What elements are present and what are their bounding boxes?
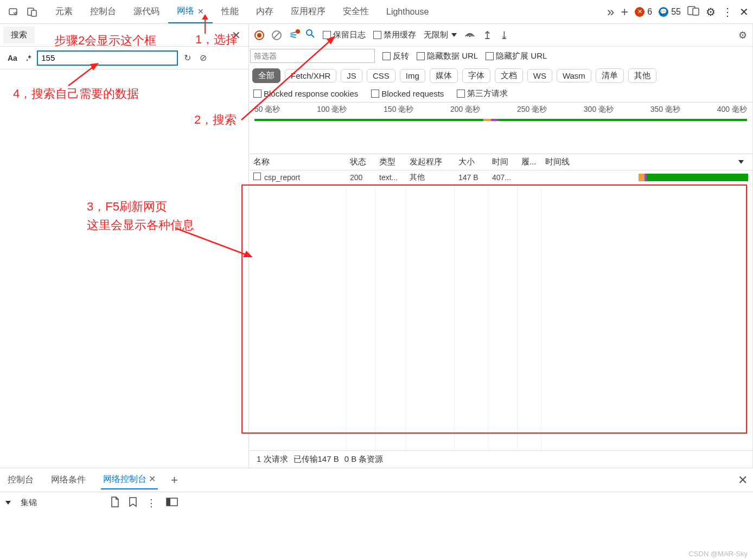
- case-sensitive-toggle[interactable]: Aa: [5, 54, 20, 62]
- search-tab[interactable]: 搜索: [3, 27, 35, 43]
- col-status[interactable]: 状态: [346, 157, 375, 167]
- drawer-tab-netconsole[interactable]: 网络控制台✕: [101, 470, 158, 489]
- col-size[interactable]: 大小: [454, 157, 488, 167]
- record-button[interactable]: [254, 30, 264, 40]
- network-settings-icon[interactable]: ⚙: [738, 29, 747, 41]
- footer-requests: 1 次请求: [257, 454, 288, 464]
- kebab-menu-icon[interactable]: ⋮: [722, 5, 733, 18]
- sort-caret-icon: [738, 160, 744, 164]
- filter-all[interactable]: 全部: [252, 68, 280, 83]
- disable-cache-checkbox[interactable]: 禁用缓存: [373, 30, 416, 40]
- close-search-icon[interactable]: ✕: [232, 29, 241, 42]
- panel-icon[interactable]: [166, 498, 178, 508]
- preserve-log-checkbox[interactable]: 保留日志: [323, 30, 366, 40]
- clear-button[interactable]: [272, 30, 282, 40]
- tab-memory[interactable]: 内存: [247, 0, 282, 23]
- tab-application[interactable]: 应用程序: [282, 0, 334, 23]
- drawer-tab-netconsole-label: 网络控制台: [103, 474, 146, 483]
- search-network-icon[interactable]: [305, 29, 315, 41]
- filter-ws[interactable]: WS: [527, 69, 552, 82]
- drawer-tab-console[interactable]: 控制台: [5, 471, 36, 489]
- tab-network[interactable]: 网络✕: [168, 0, 213, 23]
- svg-point-7: [469, 36, 471, 37]
- annotation-rect: [241, 184, 747, 434]
- filter-fetch[interactable]: Fetch/XHR: [285, 69, 336, 82]
- filter-input[interactable]: [250, 49, 375, 63]
- close-icon[interactable]: ✕: [149, 474, 156, 483]
- svg-line-6: [311, 35, 314, 37]
- hide-ext-url-checkbox[interactable]: 隐藏扩展 URL: [486, 51, 547, 61]
- row-checkbox[interactable]: [253, 173, 261, 180]
- refresh-search-icon[interactable]: ↻: [182, 53, 193, 63]
- filter-toggle-icon[interactable]: ⚟: [289, 29, 298, 41]
- network-conditions-icon[interactable]: [464, 30, 475, 40]
- tab-sources[interactable]: 源代码: [125, 0, 168, 23]
- close-devtools-icon[interactable]: ✕: [739, 5, 749, 18]
- tab-lighthouse[interactable]: Lighthouse: [378, 0, 437, 23]
- filter-manifest[interactable]: 清单: [596, 68, 624, 83]
- drawer-tab-netcond[interactable]: 网络条件: [49, 471, 88, 489]
- throttle-select[interactable]: 无限制: [424, 30, 457, 40]
- tab-console[interactable]: 控制台: [81, 0, 125, 23]
- col-time[interactable]: 时间: [488, 157, 517, 167]
- col-type[interactable]: 类型: [375, 157, 405, 167]
- add-tab-icon[interactable]: +: [621, 4, 628, 20]
- filter-font[interactable]: 字体: [462, 68, 490, 83]
- invert-checkbox[interactable]: 反转: [382, 51, 409, 61]
- overview-track[interactable]: 50 毫秒 100 毫秒 150 毫秒 200 毫秒 250 毫秒 300 毫秒…: [249, 102, 752, 154]
- table-row[interactable]: csp_report 200 text... 其他 147 B 407...: [249, 170, 752, 184]
- tick: 50 毫秒: [254, 105, 280, 114]
- row-initiator: 其他: [405, 173, 454, 182]
- download-har-icon[interactable]: ⤓: [500, 29, 509, 42]
- row-type: text...: [375, 173, 405, 182]
- blocked-requests-checkbox[interactable]: Blocked requests: [371, 89, 444, 98]
- more-tabs-icon[interactable]: »: [607, 4, 614, 20]
- waterfall-bar: [545, 174, 748, 181]
- regex-toggle[interactable]: .*: [24, 54, 33, 62]
- tab-performance[interactable]: 性能: [213, 0, 247, 23]
- tab-elements[interactable]: 元素: [47, 0, 81, 23]
- close-icon[interactable]: ✕: [197, 7, 204, 16]
- overflow-icon[interactable]: ⋮: [146, 497, 156, 509]
- col-waterfall[interactable]: 时间线: [541, 157, 752, 167]
- expand-icon[interactable]: [5, 501, 11, 505]
- bottom-bar: 集锦 ⋮: [0, 492, 753, 513]
- col-initiator[interactable]: 发起程序: [405, 157, 454, 167]
- device-toggle-icon[interactable]: [23, 3, 41, 21]
- device-icon[interactable]: [687, 6, 699, 17]
- settings-gear-icon[interactable]: ⚙: [706, 5, 716, 18]
- network-footer: 1 次请求 已传输147 B 0 B 条资源: [249, 450, 752, 468]
- blocked-cookies-checkbox[interactable]: Blocked response cookies: [253, 89, 358, 98]
- filter-media[interactable]: 媒体: [430, 68, 458, 83]
- filter-other[interactable]: 其他: [628, 68, 656, 83]
- svg-rect-4: [693, 8, 699, 15]
- svg-rect-0: [9, 9, 17, 15]
- close-drawer-icon[interactable]: ✕: [738, 473, 748, 487]
- upload-har-icon[interactable]: ↥: [483, 29, 492, 42]
- svg-point-5: [307, 30, 312, 35]
- error-count[interactable]: ✕6: [635, 7, 652, 17]
- row-status: 200: [346, 173, 375, 182]
- col-waterfall-label: 时间线: [545, 157, 570, 167]
- third-party-checkbox[interactable]: 第三方请求: [457, 88, 508, 99]
- tab-security[interactable]: 安全性: [334, 0, 378, 23]
- filter-wasm[interactable]: Wasm: [557, 69, 591, 82]
- filter-js[interactable]: JS: [341, 69, 362, 82]
- devtools-tabs: 元素 控制台 源代码 网络✕ 性能 内存 应用程序 安全性 Lighthouse…: [0, 0, 753, 24]
- hide-data-url-checkbox[interactable]: 隐藏数据 URL: [417, 51, 478, 61]
- inspect-icon[interactable]: [4, 3, 23, 21]
- bottom-label: 集锦: [21, 498, 37, 508]
- filter-css[interactable]: CSS: [367, 69, 395, 82]
- search-input[interactable]: [37, 51, 177, 65]
- filter-img[interactable]: Img: [400, 69, 425, 82]
- clear-search-icon[interactable]: ⊘: [197, 53, 209, 63]
- file-icon[interactable]: [111, 497, 119, 509]
- request-grid: [249, 184, 752, 450]
- message-count[interactable]: 💬55: [659, 7, 681, 17]
- bookmark-icon[interactable]: [129, 497, 137, 508]
- col-name[interactable]: 名称: [249, 157, 346, 167]
- add-drawer-tab-icon[interactable]: +: [171, 473, 178, 487]
- row-name: csp_report: [264, 173, 300, 182]
- filter-doc[interactable]: 文档: [495, 68, 523, 83]
- col-coverage[interactable]: 履...: [517, 157, 541, 167]
